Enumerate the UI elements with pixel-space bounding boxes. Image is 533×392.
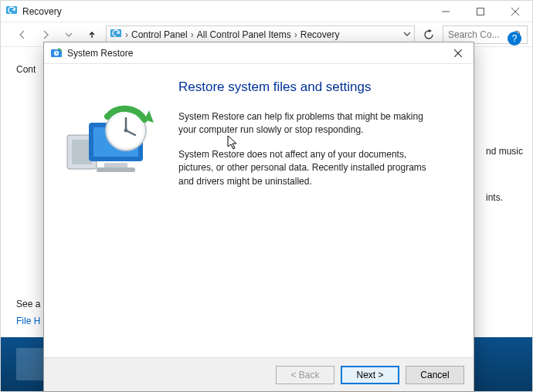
background-text-right: nd music ints. bbox=[486, 146, 523, 203]
recovery-icon bbox=[5, 4, 18, 19]
nav-history-button[interactable] bbox=[59, 25, 78, 44]
next-button[interactable]: Next > bbox=[341, 366, 399, 384]
bg-line: ints. bbox=[486, 192, 523, 203]
dialog-close-button[interactable] bbox=[447, 45, 469, 62]
chevron-down-icon[interactable] bbox=[403, 29, 411, 40]
close-button[interactable] bbox=[497, 1, 532, 22]
nav-forward-button[interactable] bbox=[36, 25, 55, 44]
dialog-content-pane: Restore system files and settings System… bbox=[174, 64, 474, 357]
refresh-button[interactable] bbox=[419, 25, 438, 44]
window-buttons bbox=[428, 1, 532, 22]
breadcrumb-item[interactable]: Control Panel bbox=[131, 29, 188, 40]
svg-rect-2 bbox=[477, 8, 484, 15]
dialog-heading: Restore system files and settings bbox=[178, 79, 457, 95]
chevron-right-icon[interactable]: › bbox=[191, 29, 194, 40]
cancel-button[interactable]: Cancel bbox=[406, 366, 464, 384]
dialog-titlebar: System Restore bbox=[44, 42, 474, 64]
svg-point-22 bbox=[124, 129, 128, 133]
cp-titlebar: Recovery bbox=[1, 1, 532, 22]
svg-rect-16 bbox=[104, 163, 127, 167]
dialog-title: System Restore bbox=[67, 48, 447, 59]
system-restore-dialog: System Restore bbox=[43, 42, 474, 392]
dialog-body: Restore system files and settings System… bbox=[44, 64, 474, 357]
search-placeholder: Search Co... bbox=[448, 29, 510, 40]
system-restore-icon bbox=[50, 47, 63, 59]
breadcrumb-item[interactable]: All Control Panel Items bbox=[197, 29, 291, 40]
minimize-button[interactable] bbox=[428, 1, 463, 22]
breadcrumb-item[interactable]: Recovery bbox=[300, 29, 340, 40]
bg-line: nd music bbox=[486, 146, 523, 157]
dialog-paragraph: System Restore can help fix problems tha… bbox=[178, 110, 441, 137]
dialog-footer: < Back Next > Cancel bbox=[44, 357, 474, 391]
chevron-right-icon[interactable]: › bbox=[294, 29, 297, 40]
dialog-graphic-pane bbox=[44, 64, 174, 357]
maximize-button[interactable] bbox=[463, 1, 497, 22]
chevron-right-icon[interactable]: › bbox=[125, 29, 128, 40]
dialog-paragraph: System Restore does not affect any of yo… bbox=[178, 148, 441, 188]
help-icon[interactable]: ? bbox=[508, 32, 521, 46]
recovery-icon bbox=[110, 27, 122, 42]
nav-back-button[interactable] bbox=[13, 25, 32, 44]
back-button: < Back bbox=[276, 366, 334, 384]
system-restore-graphic-icon bbox=[63, 101, 155, 181]
svg-rect-17 bbox=[97, 167, 135, 172]
window-title: Recovery bbox=[22, 6, 428, 17]
nav-up-button[interactable] bbox=[83, 25, 101, 44]
breadcrumb[interactable]: › Control Panel › All Control Panel Item… bbox=[106, 25, 415, 44]
